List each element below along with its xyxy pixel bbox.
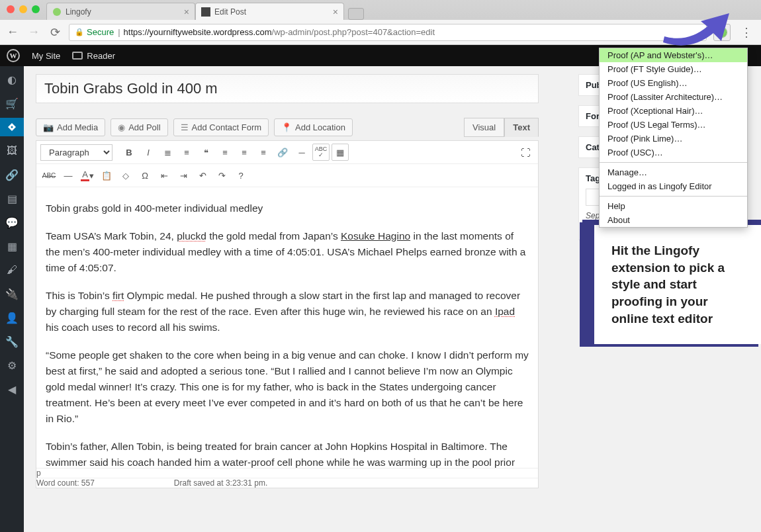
maximize-icon[interactable] [32, 5, 40, 13]
svg-point-0 [53, 8, 61, 16]
media-icon[interactable]: 🖼 [0, 142, 24, 160]
menu-item-proof[interactable]: Proof (USC)… [600, 146, 747, 159]
reload-icon[interactable]: ⟳ [48, 25, 62, 40]
content-paragraph: Team USA’s Mark Tobin, 24, pluckd the go… [46, 228, 529, 276]
plugins-icon[interactable]: 🔌 [0, 285, 24, 303]
spellcheck-button[interactable]: ABC✓ [312, 144, 330, 161]
add-location-button[interactable]: 📍Add Location [274, 118, 353, 136]
settings-icon[interactable]: ⚙ [0, 356, 24, 375]
menu-item-help[interactable]: Help [600, 199, 747, 213]
fullscreen-button[interactable]: ⛶ [517, 144, 534, 161]
tab-text[interactable]: Text [504, 118, 539, 137]
toolbar-toggle-button[interactable]: ▦ [332, 144, 349, 161]
poll-icon: ◉ [118, 122, 125, 132]
align-left-button[interactable]: ≡ [216, 144, 234, 161]
tab-visual[interactable]: Visual [464, 118, 504, 137]
menu-item-proof[interactable]: Proof (Xceptional Hair)… [600, 104, 747, 118]
browser-tab-active[interactable]: Edit Post × [195, 3, 344, 20]
minimize-icon[interactable] [19, 5, 27, 13]
link-button[interactable]: 🔗 [274, 144, 291, 161]
reader-icon [72, 52, 83, 60]
add-media-button[interactable]: 📷Add Media [36, 118, 105, 136]
menu-item-proof[interactable]: Proof (Lassiter Architecture)… [600, 90, 747, 104]
post-title-input[interactable] [36, 74, 539, 103]
lingofy-favicon-icon [52, 7, 62, 17]
url-path: /wp-admin/post.php?post=407&action=edit [272, 27, 435, 37]
spelling-error[interactable]: firt [112, 290, 124, 301]
comments-icon[interactable]: 💬 [0, 213, 24, 232]
align-center-button[interactable]: ≡ [236, 144, 253, 161]
italic-button[interactable]: I [140, 144, 157, 161]
more-button[interactable]: ─ [293, 144, 310, 161]
close-tab-icon[interactable]: × [184, 7, 189, 17]
clear-format-button[interactable]: ◇ [117, 167, 134, 184]
lingofy-menu: Proof (AP and Webster's)… Proof (FT Styl… [599, 48, 748, 228]
window-controls[interactable] [7, 5, 40, 13]
outdent-button[interactable]: ⇤ [156, 167, 173, 184]
strike-button[interactable]: ABC [40, 167, 58, 184]
posts-icon[interactable] [0, 118, 24, 136]
close-icon[interactable] [7, 5, 15, 13]
users-icon[interactable]: 👤 [0, 308, 24, 327]
back-icon[interactable]: ← [5, 25, 20, 39]
content-link[interactable]: Kosuke Hagino [341, 230, 410, 242]
editor-footer: p Word count: 557 Draft saved at 3:23:31… [36, 468, 538, 488]
links-icon[interactable]: 🔗 [0, 165, 24, 184]
post-content[interactable]: Tobin grabs gold in 400-meter individual… [36, 187, 538, 468]
camera-icon: 📷 [43, 122, 54, 132]
menu-item-proof[interactable]: Proof (US Legal Terms)… [600, 118, 747, 132]
spelling-error[interactable]: pluckd [177, 230, 206, 242]
content-paragraph: Tobin grabs gold in 400-meter individual… [46, 200, 529, 216]
editor-mode-tabs: Visual Text [464, 118, 539, 137]
align-right-button[interactable]: ≡ [255, 144, 272, 161]
bullet-list-button[interactable]: ≣ [159, 144, 176, 161]
new-tab-button[interactable] [348, 8, 364, 20]
menu-item-proof[interactable]: Proof (Pink Lime)… [600, 132, 747, 146]
menu-item-manage[interactable]: Manage… [600, 165, 747, 179]
svg-point-2 [11, 126, 13, 128]
tools-icon[interactable]: 🔧 [0, 332, 24, 351]
spelling-error[interactable]: Ipad [495, 306, 515, 317]
my-site-link[interactable]: My Site [32, 51, 60, 61]
close-tab-icon[interactable]: × [333, 7, 338, 17]
text-color-button[interactable]: A ▾ [79, 167, 96, 184]
forward-icon[interactable]: → [26, 25, 41, 39]
special-char-button[interactable]: Ω [136, 167, 154, 184]
quote-button[interactable]: ❝ [197, 144, 214, 161]
tab-title: Lingofy [66, 7, 91, 17]
menu-item-proof[interactable]: Proof (US English)… [600, 76, 747, 90]
dashboard-icon[interactable]: ◐ [0, 70, 24, 89]
redo-button[interactable]: ↷ [213, 167, 230, 184]
collapse-icon[interactable]: ◀ [0, 380, 24, 398]
indent-button[interactable]: ⇥ [175, 167, 192, 184]
reader-link[interactable]: Reader [72, 51, 115, 61]
bold-button[interactable]: B [120, 144, 138, 161]
appearance-icon[interactable]: 🖌 [0, 261, 24, 279]
tab-bar: Lingofy × Edit Post × [0, 0, 761, 20]
lock-icon: 🔒 [75, 28, 84, 36]
add-contact-button[interactable]: ☰Add Contact Form [173, 118, 269, 136]
undo-button[interactable]: ↶ [194, 167, 211, 184]
format-toolbar-row2: ABC — A ▾ 📋 ◇ Ω ⇤ ⇥ ↶ ↷ ? [36, 164, 538, 187]
menu-item-about[interactable]: About [600, 213, 747, 227]
paste-text-button[interactable]: 📋 [98, 167, 115, 184]
wp-sidebar: ◐ 🛒 🖼 🔗 ▤ 💬 ▦ 🖌 🔌 👤 🔧 ⚙ ◀ [0, 66, 24, 532]
url-input[interactable]: 🔒 Secure | https://yourniftywebsite.word… [69, 24, 707, 41]
feedback-icon[interactable]: ▦ [0, 237, 24, 255]
store-icon[interactable]: 🛒 [0, 94, 24, 112]
browser-menu-icon[interactable]: ⋮ [737, 25, 756, 40]
tab-title: Edit Post [214, 7, 246, 17]
hr-button[interactable]: — [60, 167, 77, 184]
content-paragraph: This is Tobin’s firt Olympic medal. He p… [46, 288, 529, 335]
format-select[interactable]: Paragraph [40, 144, 112, 161]
wordpress-logo-icon[interactable]: W [7, 49, 20, 62]
number-list-button[interactable]: ≡ [178, 144, 195, 161]
content-paragraph: “Some people get shaken to the core when… [46, 347, 529, 427]
browser-chrome: Lingofy × Edit Post × ← → ⟳ 🔒 Secure | h… [0, 0, 761, 45]
help-button[interactable]: ? [232, 167, 249, 184]
add-poll-button[interactable]: ◉Add Poll [111, 118, 167, 136]
browser-tab[interactable]: Lingofy × [46, 3, 195, 20]
draft-saved: Draft saved at 3:23:31 pm. [174, 478, 267, 488]
menu-item-proof[interactable]: Proof (FT Style Guide)… [600, 62, 747, 76]
pages-icon[interactable]: ▤ [0, 189, 24, 208]
